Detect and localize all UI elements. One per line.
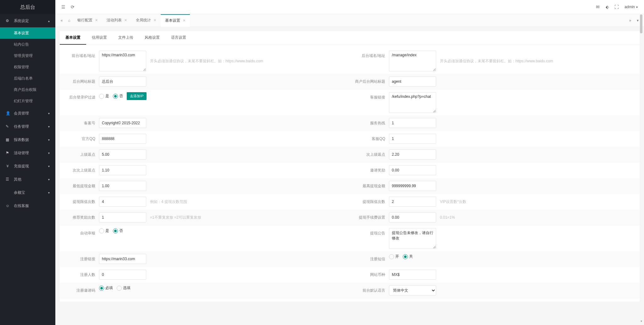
menu-item-announce[interactable]: 站内公告 — [0, 39, 55, 50]
label-withdraw-fee: 提现手续费设置 — [353, 212, 389, 222]
menu-item-perm[interactable]: 权限管理 — [0, 61, 55, 73]
scrollbar-thumb[interactable] — [640, 14, 642, 33]
withdraw-limit-input[interactable] — [99, 197, 146, 207]
currency-input[interactable] — [389, 270, 436, 280]
menu-group-title-member[interactable]: 👤 会员管理 ▾ — [0, 107, 55, 120]
menu-item-slides[interactable]: 幻灯片管理 — [0, 95, 55, 107]
close-icon[interactable]: ✕ — [95, 18, 98, 22]
list-icon: ☰ — [6, 177, 11, 182]
menu-toggle-icon[interactable]: ☰ — [58, 4, 68, 9]
withdraw-min-input[interactable] — [99, 181, 146, 191]
beian-input[interactable] — [99, 118, 146, 128]
scrollbar-down-icon[interactable]: ▾ — [639, 319, 643, 324]
fullscreen-icon[interactable]: ⛶ — [612, 4, 621, 9]
panel-tab-upload[interactable]: 文件上传 — [113, 31, 139, 45]
reg-link-input[interactable] — [99, 254, 146, 264]
menu-group-system: ⚙ 系统设定 ▴ 基本设置 站内公告 管理员管理 权限管理 后端白名单 商户后台… — [0, 14, 55, 107]
panel-tab-style[interactable]: 风格设置 — [139, 31, 165, 45]
tag-icon[interactable]: ⬖ — [602, 4, 612, 9]
label-reg-link: 注册链接 — [63, 254, 99, 264]
close-icon[interactable]: ✕ — [124, 18, 127, 22]
tabs-next-icon[interactable]: » — [626, 18, 634, 23]
message-icon[interactable]: ✉ — [593, 4, 602, 9]
hotline-input[interactable] — [389, 118, 436, 128]
panel-tabs: 基本设置 信用设置 文件上传 风格设置 语言设置 — [60, 31, 640, 45]
label-recommend-cnt: 推荐奖励次数 — [63, 212, 99, 222]
menu-group-title-recharge[interactable]: ￥ 充值提现 ▾ — [0, 160, 55, 173]
default-lang-select[interactable]: 简体中文 — [389, 285, 436, 295]
reg-sms-off-radio[interactable]: 关 — [403, 254, 413, 259]
kefu-qq-input[interactable] — [389, 134, 436, 144]
back-title-input[interactable] — [99, 76, 146, 87]
label-withdraw-notice: 提现公告 — [353, 228, 389, 238]
label-qq: 官方QQ — [63, 134, 99, 144]
menu-item-whitelist[interactable]: 后端白名单 — [0, 73, 55, 84]
tabs-prev-icon[interactable]: « — [58, 18, 65, 23]
refresh-icon[interactable]: ⟳ — [68, 4, 77, 9]
tab-bank-config[interactable]: 银行配置✕ — [73, 14, 102, 27]
main: ☰ ⟳ ✉ ⬖ ⛶ admin ▾ « ⌂ 银行配置✕ 活动列表✕ 全局统计✕ … — [55, 0, 644, 325]
menu-group-title-task[interactable]: ✎ 任务管理 ▾ — [0, 120, 55, 133]
auto-audit-no-radio[interactable]: 否 — [113, 228, 123, 233]
menu-group-title-other[interactable]: ☰ 其他 ▾ — [0, 173, 55, 186]
rebate-up2-input[interactable] — [389, 149, 436, 160]
reg-sms-on-radio[interactable]: 开 — [389, 254, 399, 259]
menu-item-admin[interactable]: 管理员管理 — [0, 50, 55, 61]
qq-input[interactable] — [99, 134, 146, 144]
withdraw-max-input[interactable] — [389, 181, 436, 191]
chevron-down-icon: ▾ — [48, 191, 50, 194]
reg-invite-opt-radio[interactable]: 选填 — [117, 285, 130, 291]
menu-group-title-activity[interactable]: ⚑ 活动管理 ▾ — [0, 146, 55, 160]
ip-filter-yes-radio[interactable]: 是 — [99, 93, 109, 99]
withdraw-fee-input[interactable] — [389, 212, 436, 222]
content: 基本设置 信用设置 文件上传 风格设置 语言设置 前台域名/地址 https:/… — [55, 27, 644, 325]
front-domain-input[interactable]: https://marin33.com — [99, 51, 146, 71]
menu-item-merchant-perm[interactable]: 商户后台权限 — [0, 84, 55, 95]
auto-audit-yes-radio[interactable]: 是 — [99, 228, 109, 233]
menu-group-label: 在线客服 — [14, 203, 29, 209]
home-tab-icon[interactable]: ⌂ — [65, 18, 73, 23]
panel-tab-lang[interactable]: 语言设置 — [165, 31, 192, 45]
reg-count-input[interactable] — [99, 270, 146, 280]
label-reg-sms: 注册短信 — [353, 254, 389, 264]
tab-basic-settings[interactable]: 基本设置✕ — [161, 14, 190, 27]
tab-label: 全局统计 — [136, 18, 151, 23]
hint-back-domain: 开头必须加通信协议，末尾不要留斜杠。如：https://www.baidu.co… — [440, 59, 553, 64]
chevron-down-icon: ▾ — [48, 151, 50, 155]
menu-group-title-report[interactable]: ▦ 报表数据 ▾ — [0, 133, 55, 146]
menu-group-title-kefu[interactable]: ☺ 在线客服 — [0, 199, 55, 212]
flag-icon: ⚑ — [6, 151, 11, 155]
kefu-link-input[interactable]: /kefu/index.php?p=chat — [389, 92, 436, 113]
rebate-up-input[interactable] — [99, 149, 146, 160]
chevron-up-icon: ▴ — [48, 19, 50, 23]
menu-item-basic-settings[interactable]: 基本设置 — [0, 27, 55, 39]
tab-activity-list[interactable]: 活动列表✕ — [102, 14, 131, 27]
invite-reward-input[interactable] — [389, 165, 436, 175]
user-menu[interactable]: admin ▾ — [621, 5, 641, 9]
withdraw-notice-input[interactable]: 提现公告未修改，请自行修改 — [389, 228, 436, 249]
panel-tab-basic[interactable]: 基本设置 — [60, 31, 86, 45]
close-icon[interactable]: ✕ — [153, 18, 156, 22]
menu-group-title-system[interactable]: ⚙ 系统设定 ▴ — [0, 14, 55, 27]
reg-invite-req-radio[interactable]: 必填 — [99, 285, 113, 291]
close-icon[interactable]: ✕ — [183, 19, 186, 23]
edit-icon: ✎ — [6, 124, 11, 129]
menu-group-title-yuebao[interactable]: 余额宝 ▾ — [0, 186, 55, 199]
tab-global-stats[interactable]: 全局统计✕ — [131, 14, 161, 27]
panel-tab-credit[interactable]: 信用设置 — [86, 31, 113, 45]
withdraw-limit2-input[interactable] — [389, 197, 436, 207]
chevron-down-icon: ▾ — [636, 5, 638, 9]
recommend-cnt-input[interactable] — [99, 212, 146, 222]
agent-title-input[interactable] — [389, 76, 436, 87]
rebate-up3-input[interactable] — [99, 165, 146, 175]
label-currency: 网站币种 — [353, 270, 389, 280]
add-ip-button[interactable]: 去添加IP — [127, 92, 147, 100]
ip-filter-no-radio[interactable]: 否 — [113, 93, 123, 99]
label-invite-reward: 邀请奖励 — [353, 165, 389, 175]
sidebar-menu: ⚙ 系统设定 ▴ 基本设置 站内公告 管理员管理 权限管理 后端白名单 商户后台… — [0, 14, 55, 325]
user-icon: 👤 — [6, 111, 11, 115]
back-domain-input[interactable]: /manage/index — [389, 51, 436, 71]
hint-front-domain: 开头必须加通信协议，末尾不要留斜杠。如：https://www.baidu.co… — [150, 59, 263, 64]
scrollbar-vertical[interactable]: ▾ — [639, 14, 643, 319]
label-withdraw-limit: 提现限值次数 — [63, 197, 99, 207]
